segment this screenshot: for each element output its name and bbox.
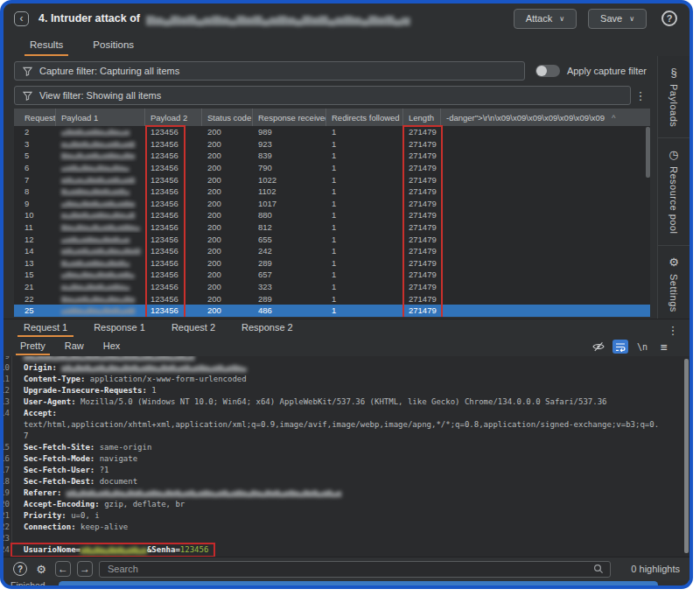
line-number: 13 (4, 396, 12, 408)
hamburger-menu-icon[interactable]: ≡ (656, 340, 672, 354)
result-row-3[interactable]: 3▅▄▆▅▆▄▆▅▄▅▆▄▅▆1234562009231271479 (14, 138, 650, 151)
search-settings-gear-icon[interactable]: ⚙ (33, 561, 49, 577)
tab-positions[interactable]: Positions (80, 36, 146, 56)
editor-text: Mozilla/5.0 (Windows NT 10.0; Win64; x64… (80, 397, 606, 406)
tab-request-1[interactable]: Request 1 (10, 319, 80, 337)
result-row-6[interactable]: 6▄▅▆▄▆▅▄▆▅▄▆▅▄1234562007901271479 (14, 162, 650, 174)
tab-results[interactable]: Results (18, 36, 75, 56)
gear-icon: ⚙ (668, 256, 679, 268)
line-number (4, 431, 12, 442)
sidebar-tab-resource-pool[interactable]: ◷ Resource pool (658, 137, 690, 244)
cell: 289 (253, 257, 326, 270)
pop-in-window-icon[interactable]: ‹ (14, 11, 29, 26)
editor-text: &Senha= (147, 545, 180, 554)
message-tabs-kebab-icon[interactable]: ⋮ (663, 324, 682, 337)
result-row-11[interactable]: 11▆▅▄▆▅▄▆▄▅▆▄▅▆▅▄1234562008121271479 (14, 221, 650, 234)
eye-off-icon[interactable] (591, 340, 606, 354)
attack-button[interactable]: Attack ∨ (514, 9, 577, 29)
editor-line-10: 10Origin: ▅▆▄▆▅▆▄▅▆▄▆▅▄▆▅▆▄▅▆▅▄▆▅▆▄▅▆▄▅▆… (4, 362, 690, 374)
redacted-payload1-value: ▆▅▄▆▄▅▆▄▅▆▅▄▆▅ (61, 151, 135, 159)
cell: 1 (326, 162, 403, 174)
cell: 923 (253, 138, 326, 151)
result-row-9[interactable]: 9▄▆▅▄▆▅▆▄▅▆▄▅▆▅12345620010171271479 (14, 198, 650, 210)
next-match-button[interactable]: → (77, 561, 93, 577)
editor-line-content: Origin: ▅▆▄▆▅▆▄▅▆▄▆▅▄▆▅▆▄▅▆▅▄▆▅▆▄▅▆▄▅▆▅▄… (12, 362, 247, 374)
editor-scrollbar[interactable] (684, 359, 689, 553)
cell: 271479 (403, 209, 441, 221)
search-field[interactable] (99, 561, 611, 578)
column-header-length[interactable]: Length (403, 109, 441, 126)
editor-text: u=0, i (71, 511, 100, 520)
search-input[interactable] (106, 563, 588, 575)
result-row-21[interactable]: 21▅▄▆▅▄▆▅▆▄▅▆▅▄1234562003231271479 (14, 281, 650, 293)
cell: 657 (253, 269, 326, 281)
apply-capture-filter-toggle[interactable] (536, 65, 560, 77)
cell: 880 (253, 209, 326, 221)
arrow-left-icon: ← (58, 563, 68, 575)
tab-raw[interactable]: Raw (55, 339, 94, 354)
redacted-text: ▅▆▄▆▅▆▄▅▆▄▆▅▄▆▅▆▄▅▆▅▄▆▅▆▄▅▆▄▅▆▅▄▅▆▄▅▆▅▄▆… (66, 488, 341, 497)
result-row-22[interactable]: 22▆▅▄▅▆▄▆▅▄▆▅▄▆▅1234562002891271479 (14, 292, 650, 305)
capture-filter-bar[interactable]: Capture filter: Capturing all items (14, 61, 525, 81)
message-tab-strip: Request 1 Response 1 Request 2 Response … (4, 319, 690, 337)
result-row-12[interactable]: 12▄▅▆▄▅▆▅▄▆▅▆▄▅1234562006551271479 (14, 233, 650, 245)
redacted-payload1-value: ▅▄▆▅▄▆▅▆▄▅▆▅▄ (61, 283, 130, 291)
table-scrollbar[interactable] (646, 127, 650, 178)
column-header-payload-1[interactable]: Payload 1 (56, 109, 145, 126)
column-header-redirects-followed[interactable]: Redirects followed (326, 109, 403, 126)
section-sign-icon: § (670, 67, 676, 78)
editor-text: Accept-Encoding: (24, 500, 104, 508)
editor-text: Accept: (24, 409, 57, 417)
result-row-15[interactable]: 15▄▆▅▄▆▅▄▆▅▆▄▅▆▄1234562006571271479 (14, 269, 650, 281)
cell: 200 (202, 126, 253, 138)
editor-text: 123456 (180, 545, 209, 554)
save-button[interactable]: Save ∨ (588, 9, 647, 29)
tab-pretty[interactable]: Pretty (10, 339, 55, 354)
editor-text: Sec-Fetch-Mode: (24, 454, 100, 463)
result-row-10[interactable]: 10▅▄▆▅▆▄▅▆▅▄▆▅▄▆1234562008801271479 (14, 209, 650, 221)
apply-capture-filter-label: Apply capture filter (567, 66, 647, 76)
tab-response-1[interactable]: Response 1 (80, 319, 158, 337)
cell: 271479 (403, 198, 441, 210)
tab-hex[interactable]: Hex (94, 339, 130, 354)
cell: 123456 (145, 173, 202, 186)
result-row-8[interactable]: 8▆▄▅▆▅▄▆▅▆▄▅▆▄12345620011021271479 (14, 186, 650, 198)
cell: 123456 (145, 245, 202, 257)
sidebar-tab-settings[interactable]: ⚙ Settings (658, 245, 690, 323)
view-filter-bar[interactable]: View filter: Showing all items (14, 86, 631, 105)
column-header-request[interactable]: Request (14, 109, 56, 126)
tab-request-2[interactable]: Request 2 (158, 319, 228, 337)
results-region: Capture filter: Capturing all items Appl… (4, 56, 690, 319)
wrap-text-icon[interactable] (612, 340, 628, 354)
editor-line-content: text/html,application/xhtml+xml,applicat… (12, 419, 659, 431)
cell: 655 (253, 233, 326, 245)
cell: 790 (253, 162, 326, 174)
column-header-payload-2[interactable]: Payload 2 (145, 109, 202, 126)
request-editor[interactable]: 9▅▆▄▆▅▆▄▅▆▄▆▅▄▆▅▆▄▅▆▅▄▆▅▆▄▅▆▄▅▆▅▄▅▆▄▅10O… (4, 356, 690, 557)
tab-response-2[interactable]: Response 2 (228, 319, 306, 337)
cell: 1 (326, 138, 403, 151)
cell: 1 (326, 150, 403, 162)
search-help-icon[interactable]: ? (13, 562, 27, 576)
result-row-25[interactable]: 25▄▅▆▅▄▆▅▄▆▅▆▄▅▆1234562004861271479 (14, 305, 650, 317)
result-row-7[interactable]: 7▅▆▄▅▄▆▅▆▄▅▆▄▅▆12345620010221271479 (14, 173, 650, 186)
sidebar-tab-payloads[interactable]: § Payloads (658, 56, 690, 137)
column-header-danger-r-n-x09-x09-x09-x09-x09-x09-x09[interactable]: -danger">\r\n\x09\x09\x09\x09\x09\x09\x0… (441, 109, 650, 126)
show-newlines-icon[interactable]: \n (634, 340, 650, 354)
view-filter-menu-kebab-icon[interactable]: ⋮ (631, 89, 650, 102)
chevron-down-icon: ∨ (629, 15, 634, 23)
column-header-status-code[interactable]: Status code (202, 109, 253, 126)
result-row-13[interactable]: 13▆▄▅▆▄▅▆▅▄▆▅▆▄1234562002891271479 (14, 257, 650, 270)
help-icon[interactable]: ? (662, 11, 677, 26)
editor-text: User-Agent: (24, 397, 80, 406)
result-row-2[interactable]: 2▄▆▅▆▄▅▆▅▄▆▅▄▅1234562009891271479 (14, 126, 650, 138)
window-title-text: 4. Intruder attack of (38, 12, 140, 25)
redacted-payload1-value: ▆▅▄▆▅▄▆▄▅▆▄▅▆▅▄ (61, 223, 140, 231)
cell: 989 (253, 126, 326, 138)
column-header-response-received[interactable]: Response received (253, 109, 326, 126)
result-row-14[interactable]: 14▅▆▄▅▆▄▅▆▄▆▅▄▆▅▆1234562002421271479 (14, 245, 650, 257)
arrow-right-icon: → (80, 563, 90, 575)
cell: 123456 (145, 186, 202, 198)
result-row-5[interactable]: 5▆▅▄▆▄▅▆▄▅▆▅▄▆▅1234562008391271479 (14, 150, 650, 162)
previous-match-button[interactable]: ← (55, 561, 71, 577)
